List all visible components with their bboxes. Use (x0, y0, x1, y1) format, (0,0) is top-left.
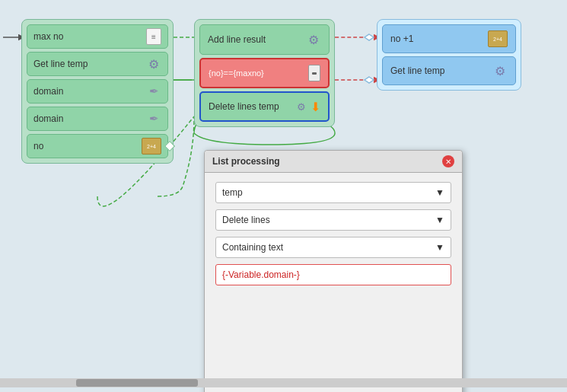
gear-icon-1: ⚙ (146, 56, 161, 72)
text-input[interactable] (215, 264, 451, 285)
download-icon: ⬇ (311, 100, 320, 114)
condition-dropdown[interactable]: Containing text ▼ (215, 237, 451, 258)
pen-icon-1: ✒ (146, 84, 161, 99)
scrollbar-thumb[interactable] (76, 379, 198, 387)
mid-panel: Add line result ⚙ {no}=={maxno} Delete l… (194, 19, 335, 127)
gear-icon-delete: ⚙ (294, 99, 309, 114)
left-panel: max no Get line temp ⚙ domain ✒ domain ✒… (21, 19, 174, 164)
svg-marker-5 (365, 77, 374, 83)
var-label-no: no (33, 141, 43, 151)
dropdown-arrow-3: ▼ (435, 242, 444, 253)
dropdown-arrow-2: ▼ (435, 215, 444, 225)
diamond-connector (164, 141, 175, 151)
svg-marker-4 (365, 34, 374, 40)
var-label-domain2: domain (33, 113, 63, 124)
chalkboard-icon-left: 2+4 (142, 138, 161, 155)
chalkboard-icon-right1: 2+4 (488, 30, 508, 47)
action-value: Delete lines (222, 215, 270, 225)
node-label-noplusone: no +1 (390, 33, 413, 44)
var-item-no[interactable]: no 2+4 (27, 134, 168, 158)
mobile-icon (308, 65, 320, 81)
var-item-domain1[interactable]: domain ✒ (27, 79, 168, 104)
var-label-domain1: domain (33, 86, 63, 97)
dialog-titlebar: List processing ✕ (205, 151, 462, 173)
dialog-spacer (215, 292, 451, 392)
var-label-maxno: max no (33, 31, 63, 42)
target-value: temp (222, 187, 243, 198)
node-deletelines[interactable]: Delete lines temp ⚙ ⬇ (199, 91, 330, 122)
scrollbar[interactable] (0, 378, 567, 387)
doc-icon (146, 28, 161, 45)
var-item-maxno[interactable]: max no (27, 24, 168, 49)
node-label-getlinetemp-right: Get line temp (390, 65, 444, 76)
close-button[interactable]: ✕ (442, 155, 454, 167)
var-item-domain2[interactable]: domain ✒ (27, 107, 168, 131)
list-processing-dialog: List processing ✕ temp ▼ Delete lines ▼ … (204, 150, 463, 392)
right-panel: no +1 2+4 Get line temp ⚙ (377, 19, 521, 91)
action-dropdown[interactable]: Delete lines ▼ (215, 209, 451, 231)
node-getlinetemp-right[interactable]: Get line temp ⚙ (382, 56, 516, 85)
dialog-title: List processing (212, 156, 280, 167)
condition-value: Containing text (222, 242, 283, 253)
node-label-condition: {no}=={maxno} (209, 69, 264, 78)
gear-icon-add: ⚙ (306, 32, 321, 47)
var-item-getlinetemp[interactable]: Get line temp ⚙ (27, 52, 168, 76)
node-label-deletelines: Delete lines temp (209, 101, 279, 112)
node-label-addlineresult: Add line result (208, 34, 266, 45)
node-noplusone[interactable]: no +1 2+4 (382, 24, 516, 53)
dropdown-arrow-1: ▼ (435, 187, 444, 198)
pen-icon-2: ✒ (146, 111, 161, 126)
gear-icon-right: ⚙ (492, 63, 508, 78)
var-label-getlinetemp: Get line temp (33, 59, 88, 69)
node-condition[interactable]: {no}=={maxno} (199, 58, 330, 88)
target-dropdown[interactable]: temp ▼ (215, 182, 451, 203)
canvas: max no Get line temp ⚙ domain ✒ domain ✒… (0, 0, 567, 392)
node-addlineresult[interactable]: Add line result ⚙ (199, 24, 330, 55)
dialog-body: temp ▼ Delete lines ▼ Containing text ▼ (205, 173, 462, 392)
